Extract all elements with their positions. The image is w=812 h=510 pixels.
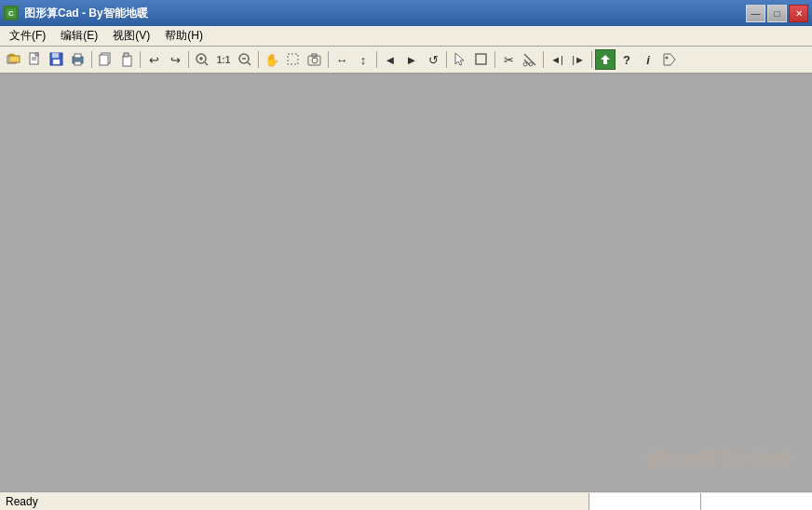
sep10 xyxy=(591,51,592,68)
arrL2-button[interactable]: ◄| xyxy=(547,49,567,70)
svg-rect-17 xyxy=(124,53,129,57)
svg-point-27 xyxy=(312,58,318,63)
title-bar: C 图形算Cad - By智能地暖 — □ ✕ xyxy=(0,0,812,26)
save-button[interactable] xyxy=(47,49,67,70)
svg-rect-12 xyxy=(74,54,81,58)
svg-line-19 xyxy=(205,62,208,65)
app-icon: C xyxy=(4,6,19,20)
sep1 xyxy=(91,51,92,68)
new-button[interactable] xyxy=(25,49,46,70)
hflip-button[interactable]: ↔ xyxy=(332,49,352,70)
sep2 xyxy=(140,51,141,68)
menu-bar: 文件(F) 编辑(E) 视图(V) 帮助(H) xyxy=(0,26,812,47)
paste-button[interactable] xyxy=(116,49,137,70)
svg-line-31 xyxy=(524,54,535,65)
svg-line-23 xyxy=(248,62,250,65)
sep3 xyxy=(188,51,189,68)
svg-rect-15 xyxy=(100,55,108,65)
menu-help[interactable]: 帮助(H) xyxy=(157,26,210,46)
print-button[interactable] xyxy=(68,49,88,70)
coord-box-2 xyxy=(700,493,812,510)
minimize-button[interactable]: — xyxy=(746,5,765,22)
svg-rect-9 xyxy=(52,53,59,58)
status-coords xyxy=(589,493,812,510)
zoomin-button[interactable] xyxy=(192,49,212,70)
menu-view[interactable]: 视图(V) xyxy=(105,26,157,46)
redo-button[interactable]: ↪ xyxy=(165,49,185,70)
sep7 xyxy=(446,51,447,68)
svg-rect-25 xyxy=(288,54,298,64)
svg-rect-13 xyxy=(74,61,81,65)
sep9 xyxy=(543,51,544,68)
sep4 xyxy=(258,51,259,68)
rect-select2-button[interactable] xyxy=(471,49,492,70)
arrow-right-button[interactable]: ► xyxy=(401,49,422,70)
arrR2-button[interactable]: |► xyxy=(568,49,589,70)
select-rect-button[interactable] xyxy=(283,49,304,70)
rotate-button[interactable]: ↺ xyxy=(423,49,443,70)
vflip-button[interactable]: ↕ xyxy=(353,49,373,70)
svg-rect-4 xyxy=(9,56,20,62)
svg-point-33 xyxy=(523,62,527,66)
help-button[interactable]: ? xyxy=(616,49,637,70)
camera-button[interactable] xyxy=(304,49,325,70)
svg-marker-29 xyxy=(455,53,464,65)
canvas-area[interactable]: 智能地暖系列软件 xyxy=(0,74,812,491)
info-button[interactable]: i xyxy=(638,49,658,70)
svg-marker-35 xyxy=(601,55,610,64)
close-button[interactable]: ✕ xyxy=(789,5,808,22)
title-buttons: — □ ✕ xyxy=(746,5,808,22)
menu-edit[interactable]: 编辑(E) xyxy=(53,26,105,46)
cursor-button[interactable] xyxy=(450,49,470,70)
sep5 xyxy=(328,51,329,68)
restore-button[interactable]: □ xyxy=(767,5,787,22)
status-text: Ready xyxy=(0,495,589,508)
svg-rect-16 xyxy=(123,56,131,66)
svg-point-37 xyxy=(666,57,669,60)
pan-button[interactable]: ✋ xyxy=(262,49,282,70)
fit-button[interactable]: 1:1 xyxy=(213,49,234,70)
status-bar: Ready xyxy=(0,491,812,510)
sep6 xyxy=(376,51,377,68)
title-left: C 图形算Cad - By智能地暖 xyxy=(4,6,148,21)
svg-rect-10 xyxy=(53,60,60,64)
watermark: 智能地暖系列软件 xyxy=(644,448,793,473)
undo-button[interactable]: ↩ xyxy=(143,49,164,70)
svg-marker-36 xyxy=(664,54,675,65)
menu-file[interactable]: 文件(F) xyxy=(2,26,53,46)
coord-box-1 xyxy=(589,493,700,510)
window-title: 图形算Cad - By智能地暖 xyxy=(24,6,148,21)
zoomout-button[interactable] xyxy=(235,49,255,70)
cut2-button[interactable] xyxy=(520,49,540,70)
open-button[interactable] xyxy=(4,49,24,70)
cut1-button[interactable]: ✂ xyxy=(498,49,519,70)
toolbar: ↩ ↪ 1:1 ✋ ↔ ↕ ◄ ► ↺ ✂ xyxy=(0,47,812,74)
svg-rect-30 xyxy=(476,54,486,64)
arrow-left-button[interactable]: ◄ xyxy=(380,49,400,70)
svg-text:C: C xyxy=(8,9,14,18)
sep8 xyxy=(494,51,495,68)
copy-button[interactable] xyxy=(95,49,115,70)
import-button[interactable] xyxy=(595,49,616,70)
tag-button[interactable] xyxy=(659,49,680,70)
